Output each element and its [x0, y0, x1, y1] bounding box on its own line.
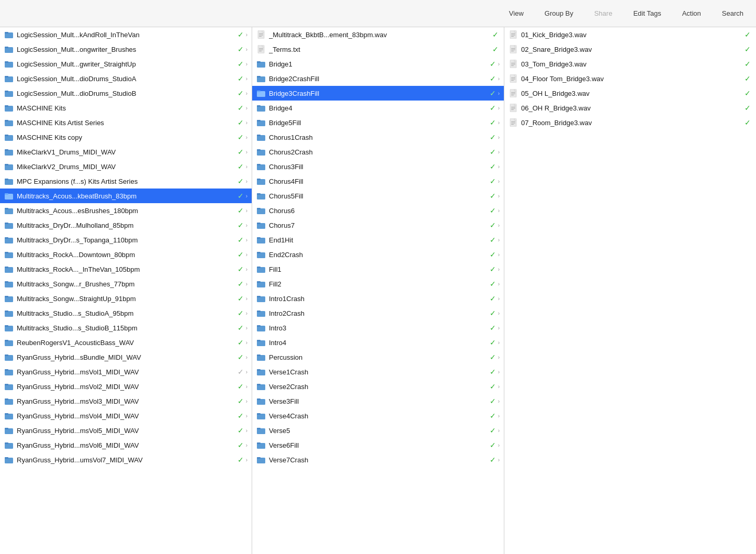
list-item[interactable]: Verse1Crash✓›: [252, 364, 504, 379]
list-item[interactable]: _Terms.txt✓: [252, 42, 504, 57]
list-item[interactable]: Bridge3CrashFill✓›: [252, 86, 504, 101]
list-item[interactable]: RyanGruss_Hybrid...msVol6_MIDI_WAV✓›: [0, 438, 252, 452]
list-item[interactable]: Chorus7✓›: [252, 218, 504, 232]
list-item[interactable]: Multitracks_Studio...s_StudioB_115bpm✓›: [0, 320, 252, 335]
list-item[interactable]: LogicSession_Mult...dioDrums_StudioA✓›: [0, 71, 252, 86]
list-item[interactable]: RyanGruss_Hybrid...msVol4_MIDI_WAV✓›: [0, 408, 252, 423]
list-item[interactable]: Multitracks_RockA..._InTheVan_105bpm✓›: [0, 262, 252, 276]
list-item[interactable]: RyanGruss_Hybrid...sBundle_MIDI_WAV✓›: [0, 350, 252, 364]
list-item[interactable]: LogicSession_Mult...kAndRoll_InTheVan✓›: [0, 27, 252, 42]
list-item[interactable]: 01_Kick_Bridge3.wav✓: [504, 27, 756, 42]
list-item[interactable]: RyanGruss_Hybrid...msVol1_MIDI_WAV✓›: [0, 364, 252, 379]
svg-rect-81: [257, 149, 261, 151]
list-item[interactable]: _Multitrack_BkbtB...ement_83bpm.wav✓: [252, 27, 504, 42]
list-item[interactable]: MASCHINE Kits copy✓›: [0, 130, 252, 145]
list-item[interactable]: MPC Expansions (f...s) Kits Artist Serie…: [0, 174, 252, 189]
svg-rect-39: [5, 311, 8, 312]
list-item[interactable]: LogicSession_Mult...dioDrums_StudioB✓›: [0, 86, 252, 101]
list-item[interactable]: Chorus3Fill✓›: [252, 159, 504, 174]
chevron-right-icon: ›: [498, 267, 500, 272]
list-item[interactable]: Bridge4✓›: [252, 101, 504, 115]
list-item[interactable]: Intro4✓›: [252, 335, 504, 350]
folder-icon: [4, 440, 14, 450]
list-item[interactable]: Chorus5Fill✓›: [252, 189, 504, 203]
check-icon: ✓: [238, 89, 244, 97]
list-item[interactable]: 04_Floor Tom_Bridge3.wav✓: [504, 71, 756, 86]
svg-rect-41: [5, 325, 8, 327]
folder-icon: [4, 206, 14, 215]
list-item[interactable]: 03_Tom_Bridge3.wav✓: [504, 57, 756, 71]
list-item[interactable]: Verse5✓›: [252, 423, 504, 438]
item-name: Multitracks_RockA..._InTheVan_105bpm: [17, 265, 234, 273]
svg-rect-53: [5, 413, 8, 415]
list-item[interactable]: Verse4Crash✓›: [252, 408, 504, 423]
svg-rect-113: [257, 384, 261, 385]
list-item[interactable]: Verse2Crash✓›: [252, 379, 504, 394]
list-item[interactable]: MikeClarkV2_Drums_MIDI_WAV✓›: [0, 159, 252, 174]
item-name: Chorus2Crash: [269, 148, 487, 156]
action-button[interactable]: Action: [678, 7, 705, 19]
list-item[interactable]: End1Hit✓›: [252, 232, 504, 247]
chevron-right-icon: ›: [498, 135, 500, 140]
list-item[interactable]: Multitracks_Acous...kbeatBrush_83bpm✓›: [0, 189, 252, 203]
list-item[interactable]: Verse7Crash✓›: [252, 452, 504, 467]
list-item[interactable]: Fill2✓›: [252, 276, 504, 291]
list-item[interactable]: 07_Room_Bridge3.wav✓: [504, 115, 756, 130]
status-badge: ✓: [236, 104, 245, 112]
list-item[interactable]: ReubenRogersV1_AcousticBass_WAV✓›: [0, 335, 252, 350]
list-item[interactable]: MikeClarkV1_Drums_MIDI_WAV✓›: [0, 145, 252, 159]
search-button[interactable]: Search: [718, 7, 748, 19]
list-item[interactable]: Bridge1✓›: [252, 57, 504, 71]
list-item[interactable]: Multitracks_Acous...esBrushes_180bpm✓›: [0, 203, 252, 218]
list-item[interactable]: Fill1✓›: [252, 262, 504, 276]
item-name: RyanGruss_Hybrid...msVol1_MIDI_WAV: [17, 368, 234, 376]
list-item[interactable]: 02_Snare_Bridge3.wav✓: [504, 42, 756, 57]
list-item[interactable]: Intro1Crash✓›: [252, 291, 504, 306]
list-item[interactable]: Multitracks_DryDr...Mulholland_85bpm✓›: [0, 218, 252, 232]
list-item[interactable]: Verse6Fill✓›: [252, 438, 504, 452]
list-item[interactable]: RyanGruss_Hybrid...msVol5_MIDI_WAV✓›: [0, 423, 252, 438]
status-badge: ✓: [489, 309, 497, 317]
folder-icon: [256, 103, 266, 113]
list-item[interactable]: Chorus2Crash✓›: [252, 145, 504, 159]
list-item[interactable]: MASCHINE Kits✓›: [0, 101, 252, 115]
list-item[interactable]: Bridge5Fill✓›: [252, 115, 504, 130]
check-icon: ✓: [744, 104, 751, 112]
list-item[interactable]: RyanGruss_Hybrid...msVol2_MIDI_WAV✓›: [0, 379, 252, 394]
list-item[interactable]: 05_OH L_Bridge3.wav✓: [504, 86, 756, 101]
status-badge: ✓: [489, 250, 497, 259]
list-item[interactable]: Chorus4Fill✓›: [252, 174, 504, 189]
list-item[interactable]: Multitracks_Songw...r_Brushes_77bpm✓›: [0, 276, 252, 291]
list-item[interactable]: LogicSession_Mult...ongwriter_Brushes✓›: [0, 42, 252, 57]
chevron-right-icon: ›: [498, 398, 500, 404]
list-item[interactable]: Multitracks_RockA...Downtown_80bpm✓›: [0, 247, 252, 262]
list-item[interactable]: LogicSession_Mult...gwriter_StraightUp✓›: [0, 57, 252, 71]
groupby-button[interactable]: Group By: [540, 7, 578, 19]
check-icon: ✓: [238, 192, 244, 200]
item-name: Multitracks_Studio...s_StudioA_95bpm: [17, 309, 234, 317]
item-name: RyanGruss_Hybrid...sBundle_MIDI_WAV: [17, 353, 234, 361]
list-item[interactable]: RyanGruss_Hybrid...msVol3_MIDI_WAV✓›: [0, 394, 252, 408]
list-item[interactable]: RyanGruss_Hybrid...umsVol7_MIDI_WAV✓›: [0, 452, 252, 467]
svg-rect-7: [5, 76, 8, 77]
list-item[interactable]: MASCHINE Kits Artist Series✓›: [0, 115, 252, 130]
list-item[interactable]: Intro3✓›: [252, 320, 504, 335]
check-icon: ✓: [490, 133, 496, 141]
list-item[interactable]: Verse3Fill✓›: [252, 394, 504, 408]
folder-icon: [256, 396, 266, 406]
edittags-button[interactable]: Edit Tags: [629, 7, 665, 19]
list-item[interactable]: Multitracks_Studio...s_StudioA_95bpm✓›: [0, 306, 252, 320]
svg-rect-57: [5, 442, 8, 444]
list-item[interactable]: 06_OH R_Bridge3.wav✓: [504, 101, 756, 115]
list-item[interactable]: Chorus6✓›: [252, 203, 504, 218]
list-item[interactable]: Intro2Crash✓›: [252, 306, 504, 320]
list-item[interactable]: Chorus1Crash✓›: [252, 130, 504, 145]
list-item[interactable]: End2Crash✓›: [252, 247, 504, 262]
share-button[interactable]: Share: [590, 7, 617, 19]
check-icon: ✓: [492, 45, 499, 53]
list-item[interactable]: Multitracks_Songw...StraightUp_91bpm✓›: [0, 291, 252, 306]
view-button[interactable]: View: [505, 7, 528, 19]
list-item[interactable]: Bridge2CrashFill✓›: [252, 71, 504, 86]
list-item[interactable]: Multitracks_DryDr...s_Topanga_110bpm✓›: [0, 232, 252, 247]
list-item[interactable]: Percussion✓›: [252, 350, 504, 364]
